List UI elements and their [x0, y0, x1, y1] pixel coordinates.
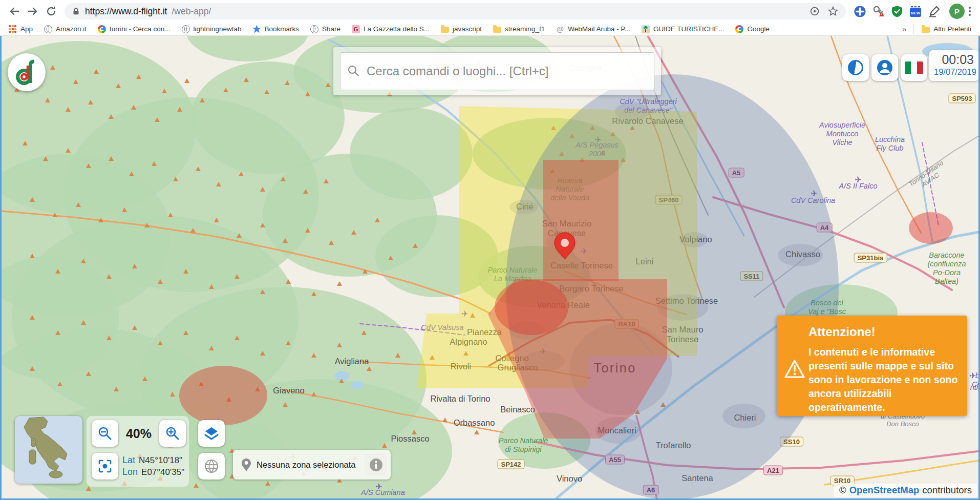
other-bookmarks-label: Altri Preferiti [933, 25, 971, 33]
globe-icon [44, 25, 52, 33]
bookmark-item[interactable]: turrini - Cerca con... [92, 25, 176, 33]
warning-triangle-icon [784, 359, 805, 379]
dflight-logo[interactable] [8, 53, 46, 91]
date-display: 19/07/2019 [934, 67, 974, 77]
bookmark-star-icon[interactable] [827, 6, 839, 17]
bookmark-label: Share [322, 25, 340, 33]
key-alert-icon[interactable] [872, 5, 885, 17]
info-icon [369, 458, 383, 472]
profile-avatar[interactable]: P [949, 4, 965, 19]
road-badge: SP31bis [854, 253, 887, 263]
zoom-in-button[interactable] [159, 420, 186, 447]
folder-icon [493, 27, 501, 33]
forward-button[interactable] [24, 2, 42, 20]
zoom-out-button[interactable] [92, 420, 118, 447]
attribution-copyright: © [839, 485, 846, 496]
browser-toolbar: https://www.d-flight.it/web-app/ NEW P [0, 0, 980, 23]
road-badge: SP460 [655, 195, 682, 205]
dflight-map-app[interactable]: CuorgnèCdV "Ultraleggeri del Canavese"Ri… [0, 36, 980, 500]
zoom-level-display: 40% [118, 420, 159, 447]
lon-label: Lon [122, 467, 138, 477]
bookmark-label: Google [747, 25, 770, 33]
shield-check-icon[interactable] [891, 5, 903, 17]
layers-button[interactable] [198, 420, 225, 447]
folder-icon [922, 27, 930, 33]
warning-body: I contenuti e le informative presenti su… [808, 345, 958, 414]
bookmark-item[interactable]: javascript [435, 25, 487, 33]
italy-minimap-icon [15, 416, 82, 484]
search-field[interactable] [340, 52, 654, 90]
globe-button[interactable] [198, 453, 225, 480]
refresh-icon [45, 5, 57, 17]
svg-text:NEW: NEW [911, 11, 921, 15]
contrast-icon [848, 60, 863, 75]
search-input[interactable] [366, 64, 647, 79]
bookmark-label: GUIDE TURISTICHE... [653, 25, 725, 33]
bookmark-item[interactable]: Amazon.it [38, 25, 92, 33]
road-badge: SP142 [497, 460, 524, 469]
locate-button[interactable] [92, 453, 118, 480]
refresh-button[interactable] [42, 2, 60, 20]
bookmark-label: turrini - Cerca con... [110, 25, 171, 33]
warning-title: Attenzione! [808, 325, 958, 339]
coordinates-display: LatN45°10'18" LonE07°40'35" [122, 453, 184, 480]
bookmark-item[interactable]: @WebMail Aruba - P... [550, 25, 636, 33]
target-icon[interactable] [809, 6, 820, 17]
bookmark-item[interactable]: GLa Gazzetta dello S... [346, 25, 435, 33]
globe-icon [182, 25, 190, 33]
bookmark-label: Bookmarks [264, 25, 299, 33]
bookmark-item[interactable]: GUIDE TURISTICHE... [636, 25, 730, 33]
bookmark-item[interactable]: App [3, 25, 38, 33]
google-icon [735, 25, 743, 33]
palm-icon [642, 25, 650, 33]
road-badge: A55 [605, 455, 625, 465]
lock-icon [72, 7, 80, 16]
road-badge: SP593 [948, 94, 975, 103]
zoom-out-icon [97, 426, 113, 441]
user-account-button[interactable] [871, 54, 898, 81]
bookmark-item[interactable]: Google [730, 25, 775, 33]
blue-plus-icon[interactable] [854, 6, 866, 17]
back-button[interactable] [5, 2, 24, 20]
warning-box: Attenzione! I contenuti e le informative… [777, 316, 967, 416]
contrast-button[interactable] [842, 54, 869, 81]
bookmark-item[interactable]: lightningnewtab [176, 25, 247, 33]
road-badge: SS10 [780, 437, 803, 447]
language-button[interactable] [901, 54, 927, 81]
search-icon [347, 65, 360, 78]
zone-pin-icon [241, 458, 251, 472]
italian-flag-icon [905, 61, 923, 74]
overview-minimap[interactable] [15, 416, 82, 484]
time-display: 00:03 [934, 52, 974, 67]
user-icon [877, 59, 893, 76]
osm-link[interactable]: OpenStreetMap [849, 485, 920, 496]
aruba-icon: @ [556, 25, 564, 33]
dflight-d-icon [14, 58, 39, 87]
bookmark-item[interactable]: Bookmarks [247, 25, 305, 33]
new-badge-icon[interactable]: NEW [909, 6, 922, 17]
bookmarks-overflow-chevron[interactable]: » [897, 25, 911, 33]
bookmark-item[interactable]: streaming_f1 [487, 25, 550, 33]
address-bar[interactable]: https://www.d-flight.it/web-app/ [65, 3, 846, 19]
other-bookmarks-folder[interactable]: Altri Preferiti [916, 25, 977, 33]
map-pin[interactable] [553, 232, 576, 260]
globe-icon [310, 25, 318, 33]
road-badge: SS11 [740, 272, 763, 281]
zone-status-bar[interactable]: Nessuna zona selezionata [233, 450, 391, 480]
road-badge: A6 [643, 485, 659, 495]
bookmark-item[interactable]: Share [305, 25, 346, 33]
bookmark-label: Amazon.it [56, 25, 87, 33]
lon-value: E07°40'35" [141, 467, 184, 477]
lat-value: N45°10'18" [139, 455, 182, 466]
extensions-area: NEW [854, 5, 941, 17]
zone-info-button[interactable] [365, 453, 387, 476]
bookmark-label: lightningnewtab [194, 25, 242, 33]
browser-window: https://www.d-flight.it/web-app/ NEW P A… [0, 0, 980, 500]
pen-icon[interactable] [928, 5, 941, 17]
bookmark-label: streaming_f1 [505, 25, 545, 33]
toolbar-divider [947, 5, 947, 17]
bookmark-label: WebMail Aruba - P... [568, 25, 630, 33]
gazzetta-icon: G [352, 25, 360, 33]
google-icon [98, 25, 106, 33]
browser-menu-button[interactable] [965, 7, 975, 16]
